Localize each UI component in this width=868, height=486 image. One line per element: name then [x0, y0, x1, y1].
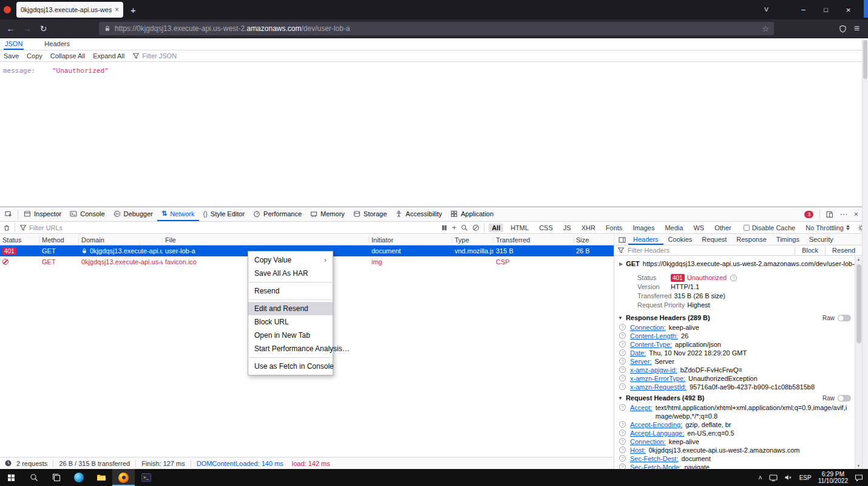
- header-name[interactable]: Host:: [630, 446, 646, 454]
- header-row[interactable]: ?Sec-Fetch-Mode:navigate: [614, 463, 855, 469]
- protections-shield-icon[interactable]: [839, 25, 847, 33]
- collapse-triangle-icon[interactable]: ▼: [618, 315, 623, 321]
- collapse-all-button[interactable]: Collapse All: [50, 52, 85, 60]
- menu-item-use-as-fetch-in-console[interactable]: Use as Fetch in Console: [248, 360, 333, 373]
- back-button[interactable]: ←: [2, 24, 19, 33]
- firefox-taskbar-icon[interactable]: [112, 469, 135, 486]
- filter-html[interactable]: HTML: [507, 224, 532, 232]
- header-row[interactable]: ?Content-Length:26: [614, 332, 855, 340]
- filter-media[interactable]: Media: [662, 224, 686, 232]
- reload-button[interactable]: ↻: [35, 24, 52, 33]
- bookmark-star-icon[interactable]: ☆: [762, 24, 769, 33]
- edge-taskbar-icon[interactable]: [67, 469, 90, 486]
- throttling-dropdown[interactable]: No Throttling: [805, 224, 850, 231]
- disable-cache-control[interactable]: Disable Cache: [744, 224, 796, 231]
- header-name[interactable]: Connection:: [630, 437, 666, 446]
- details-scrollbar-thumb[interactable]: [856, 264, 861, 343]
- tab-close-icon[interactable]: ×: [115, 5, 119, 14]
- devtools-close-icon[interactable]: ×: [853, 210, 858, 219]
- tab-memory[interactable]: Memory: [306, 207, 349, 221]
- details-scrollbar[interactable]: ▲ ▼: [855, 256, 862, 469]
- header-help-icon[interactable]: ?: [619, 404, 626, 411]
- column-size[interactable]: Size: [574, 236, 614, 244]
- column-transferred[interactable]: Transferred: [493, 236, 574, 244]
- menu-item-edit-and-resend[interactable]: Edit and Resend: [248, 302, 333, 315]
- block-button[interactable]: Block: [798, 247, 822, 254]
- header-row[interactable]: ?Accept-Encoding:gzip, deflate, br: [614, 420, 855, 429]
- terminal-taskbar-icon[interactable]: >_: [135, 469, 157, 486]
- taskbar-clock[interactable]: 6:29 PM11/10/2022: [818, 471, 848, 484]
- pick-element-button[interactable]: [0, 210, 18, 219]
- scroll-up-icon[interactable]: ▲: [857, 256, 861, 262]
- header-name[interactable]: Sec-Fetch-Mode:: [630, 463, 681, 469]
- pause-recording-icon[interactable]: [441, 224, 448, 231]
- header-name[interactable]: x-amzn-RequestId:: [630, 383, 687, 391]
- details-tab-cookies[interactable]: Cookies: [663, 234, 697, 245]
- expand-triangle-icon[interactable]: ▶: [619, 261, 623, 267]
- url-bar[interactable]: https://0kjgdqsj13.execute-api.us-west-2…: [99, 22, 774, 35]
- tab-network[interactable]: ⇅Network: [157, 207, 199, 221]
- details-tab-headers[interactable]: Headers: [628, 234, 663, 245]
- header-name[interactable]: Accept:: [630, 403, 653, 412]
- header-name[interactable]: Sec-Fetch-Dest:: [630, 454, 678, 463]
- filter-fonts[interactable]: Fonts: [603, 224, 626, 232]
- menu-item-start-performance-analysis[interactable]: Start Performance Analysis…: [248, 342, 333, 355]
- header-help-icon[interactable]: ?: [619, 366, 626, 373]
- menu-item-resend[interactable]: Resend: [248, 284, 333, 298]
- disable-cache-checkbox[interactable]: [744, 225, 750, 231]
- volume-icon[interactable]: [784, 474, 793, 481]
- filter-xhr[interactable]: XHR: [578, 224, 598, 232]
- header-name[interactable]: Connection:: [630, 323, 666, 332]
- page-scrollbar[interactable]: [862, 39, 868, 469]
- tab-style-editor[interactable]: {}Style Editor: [199, 207, 249, 221]
- raw-toggle[interactable]: [838, 315, 851, 321]
- response-headers-section[interactable]: ▼ Response Headers (289 B) Raw: [614, 311, 855, 323]
- tab-debugger[interactable]: Debugger: [109, 207, 157, 221]
- header-help-icon[interactable]: ?: [619, 324, 626, 330]
- header-help-icon[interactable]: ?: [619, 455, 626, 462]
- tab-accessibility[interactable]: Accessibility: [391, 207, 446, 221]
- list-tabs-chevron-icon[interactable]: ˅: [755, 5, 778, 15]
- header-help-icon[interactable]: ?: [619, 464, 626, 469]
- header-row[interactable]: ?Accept:text/html,application/xhtml+xml,…: [614, 403, 855, 420]
- forward-button[interactable]: →: [19, 24, 35, 33]
- network-status-icon[interactable]: [769, 474, 778, 482]
- help-icon[interactable]: ?: [730, 275, 737, 281]
- header-name[interactable]: x-amzn-ErrorType:: [630, 374, 685, 383]
- tab-console[interactable]: Console: [66, 207, 109, 221]
- column-initiator[interactable]: Initiator: [369, 236, 452, 244]
- filter-css[interactable]: CSS: [536, 224, 556, 232]
- language-indicator[interactable]: ESP: [799, 474, 812, 481]
- header-row[interactable]: ?Content-Type:application/json: [614, 340, 855, 349]
- taskbar-search-button[interactable]: [22, 469, 45, 486]
- header-name[interactable]: Accept-Encoding:: [630, 420, 682, 429]
- header-row[interactable]: ?Date:Thu, 10 Nov 2022 18:29:20 GMT: [614, 349, 855, 357]
- header-name[interactable]: Server:: [630, 357, 651, 366]
- json-property-value[interactable]: "Unauthorized": [52, 67, 109, 75]
- header-help-icon[interactable]: ?: [619, 375, 626, 382]
- filter-js[interactable]: JS: [560, 224, 574, 232]
- header-name[interactable]: Accept-Language:: [630, 429, 684, 437]
- header-help-icon[interactable]: ?: [619, 421, 626, 428]
- details-tab-timings[interactable]: Timings: [771, 234, 804, 245]
- menu-item-open-in-new-tab[interactable]: Open in New Tab: [248, 329, 333, 342]
- header-help-icon[interactable]: ?: [619, 332, 626, 339]
- hidden-icons-chevron-icon[interactable]: ˄: [758, 474, 762, 481]
- header-help-icon[interactable]: ?: [619, 358, 626, 364]
- action-center-icon[interactable]: [855, 474, 863, 482]
- filter-other[interactable]: Other: [711, 224, 734, 232]
- header-name[interactable]: Date:: [630, 349, 646, 357]
- tab-storage[interactable]: Storage: [349, 207, 392, 221]
- devtools-meatball-menu-icon[interactable]: ⋯: [839, 210, 847, 219]
- console-error-badge[interactable]: 3: [804, 211, 813, 218]
- header-row[interactable]: ?Server:Server: [614, 357, 855, 366]
- header-help-icon[interactable]: ?: [619, 438, 626, 445]
- column-method[interactable]: Method: [39, 236, 79, 244]
- details-tab-security[interactable]: Security: [804, 234, 838, 245]
- restore-button[interactable]: □: [815, 6, 837, 13]
- header-row[interactable]: ?Connection:keep-alive: [614, 323, 855, 332]
- header-row[interactable]: ?Accept-Language:en-US,en;q=0.5: [614, 429, 855, 437]
- column-status[interactable]: Status: [0, 236, 39, 244]
- filter-all[interactable]: All: [489, 224, 503, 232]
- menu-item-save-all-as-har[interactable]: Save All As HAR: [248, 267, 333, 280]
